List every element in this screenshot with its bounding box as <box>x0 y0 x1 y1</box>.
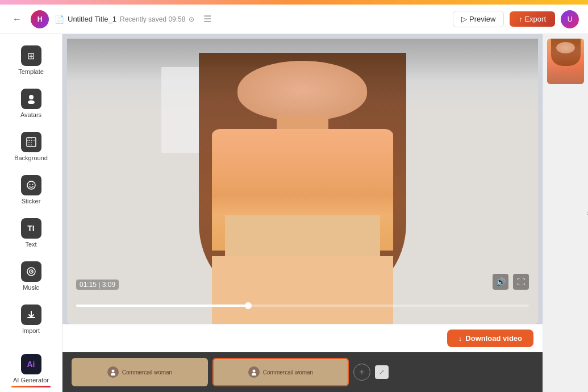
thumbnail-preview <box>547 39 584 84</box>
list-icon[interactable]: ☰ <box>203 14 211 24</box>
header-left: ← H 📄 Untitled Title_1 Recently saved 09… <box>9 10 453 28</box>
content-area: 01:15 | 3:09 🔊 ⛶ ↓ Download video <box>62 34 543 392</box>
preview-button[interactable]: ▷ Preview <box>453 11 504 27</box>
svg-point-11 <box>31 271 32 272</box>
video-controls-right: 🔊 ⛶ <box>493 274 529 290</box>
text-label: Text <box>25 241 36 248</box>
download-video-button[interactable]: ↓ Download video <box>447 330 533 347</box>
fullscreen-button[interactable]: ⛶ <box>513 274 529 290</box>
saved-icon: ⊙ <box>189 15 194 23</box>
text-icon: TI <box>21 218 41 239</box>
header-right: ▷ Preview ↑ Export U <box>453 10 579 28</box>
svg-point-13 <box>111 373 115 376</box>
ai-generator-label: AI Generator <box>13 377 49 383</box>
sidebar-item-template[interactable]: ⊞ Template <box>3 40 59 81</box>
download-icon: ↓ <box>458 334 462 343</box>
timeline-label-2: Commercail woman <box>263 369 313 376</box>
svg-point-8 <box>32 184 33 185</box>
sidebar-item-import[interactable]: Import <box>3 299 59 340</box>
expand-timeline-button[interactable]: ⤢ <box>375 365 389 379</box>
svg-point-6 <box>27 181 35 189</box>
sticker-label: Sticker <box>22 198 41 205</box>
svg-point-1 <box>28 101 35 105</box>
background-label: Background <box>14 155 48 161</box>
sidebar-item-avatars[interactable]: Avatars <box>3 83 59 124</box>
main-layout: ⊞ Template Avatars Background <box>0 34 588 392</box>
timeline-item-2[interactable]: Commercail woman <box>212 358 349 386</box>
sticker-icon <box>21 175 41 195</box>
sidebar-item-text[interactable]: TI Text <box>3 212 59 253</box>
timeline-person-icon-2 <box>248 366 260 378</box>
doc-icon: 📄 <box>55 15 64 24</box>
import-label: Import <box>22 327 40 334</box>
back-button[interactable]: ← <box>9 11 25 27</box>
logo-avatar: H <box>31 10 49 28</box>
export-button[interactable]: ↑ Export <box>510 11 555 27</box>
video-progress-bar[interactable] <box>76 305 529 307</box>
avatars-icon <box>21 89 41 109</box>
ai-generator-icon: Ai <box>21 354 41 374</box>
progress-thumb[interactable] <box>245 302 252 309</box>
timeline-label-1: Commercail woman <box>122 369 172 376</box>
svg-point-14 <box>252 370 255 373</box>
timeline-item-1[interactable]: Commercail woman <box>72 358 208 386</box>
template-label: Template <box>18 68 44 75</box>
document-title[interactable]: Untitled Title_1 <box>68 15 116 23</box>
svg-point-0 <box>29 95 34 99</box>
music-label: Music <box>23 284 39 291</box>
svg-point-12 <box>111 370 114 373</box>
import-icon <box>21 305 41 325</box>
top-gradient-bar <box>0 0 588 5</box>
sidebar: ⊞ Template Avatars Background <box>0 34 62 392</box>
timeline: Commercail woman Commercail woman + ⤢ <box>62 352 543 392</box>
volume-button[interactable]: 🔊 <box>493 274 508 290</box>
sidebar-item-sticker[interactable]: Sticker <box>3 169 59 210</box>
background-icon <box>21 132 41 152</box>
video-progress-fill <box>76 305 248 307</box>
download-label: Download video <box>465 334 522 343</box>
svg-point-15 <box>252 373 256 376</box>
music-icon <box>21 261 41 282</box>
add-clip-button[interactable]: + <box>353 364 370 381</box>
sidebar-item-ai-generator[interactable]: Ai AI Generator <box>3 349 59 392</box>
sidebar-item-music[interactable]: Music <box>3 256 59 297</box>
sidebar-item-background[interactable]: Background <box>3 126 59 167</box>
ai-underline <box>11 386 51 387</box>
right-panel: › <box>543 34 588 392</box>
video-timestamp: 01:15 | 3:09 <box>76 280 119 290</box>
saved-status: Recently saved 09:58 <box>120 15 185 23</box>
video-bottom-bar: ↓ Download video <box>62 324 543 352</box>
right-panel-thumbnail[interactable] <box>547 39 584 84</box>
template-icon: ⊞ <box>21 45 41 66</box>
user-avatar[interactable]: U <box>561 10 579 28</box>
avatars-label: Avatars <box>20 111 41 118</box>
title-area: 📄 Untitled Title_1 Recently saved 09:58 … <box>55 15 194 24</box>
header: ← H 📄 Untitled Title_1 Recently saved 09… <box>0 5 588 34</box>
timeline-person-icon-1 <box>107 366 119 378</box>
video-player: 01:15 | 3:09 🔊 ⛶ <box>67 39 538 324</box>
svg-point-7 <box>29 184 30 185</box>
